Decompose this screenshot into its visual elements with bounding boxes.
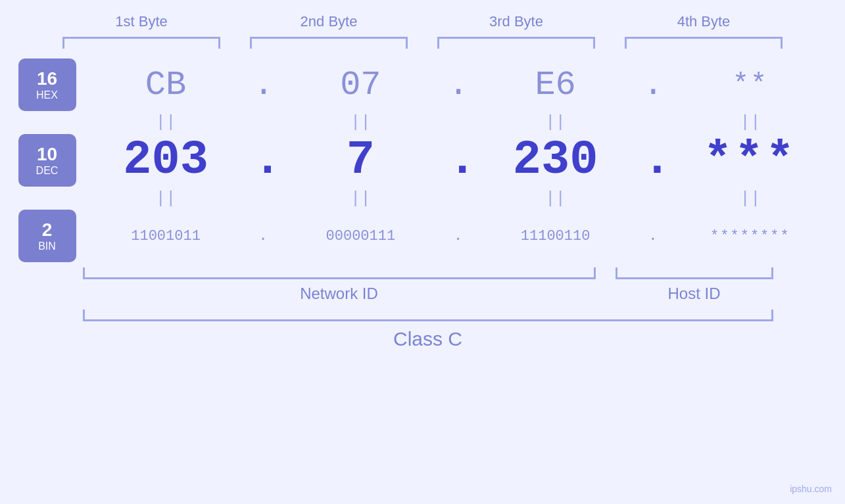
bin-dot-1: .: [253, 228, 273, 244]
hex-dot-2: .: [448, 66, 468, 104]
class-bracket: [83, 309, 773, 321]
host-bracket: [616, 267, 773, 279]
network-host-section: Network ID Host ID: [12, 267, 834, 303]
bracket-top-1: [62, 37, 220, 49]
equals-row-1: || || || ||: [12, 111, 834, 133]
eq-3: ||: [477, 112, 635, 132]
eq2-2: ||: [281, 189, 439, 208]
hex-badge: 16 HEX: [18, 58, 76, 111]
dec-b2: 7: [281, 133, 439, 187]
dec-dot-3: .: [643, 133, 663, 187]
network-id-label: Network ID: [300, 285, 378, 303]
hex-row: 16 HEX CB . 07 . E6 . **: [12, 58, 834, 111]
bin-b2: 00000111: [281, 228, 439, 244]
byte-header-3: 3rd Byte: [427, 13, 605, 30]
hex-dot-1: .: [253, 66, 273, 104]
class-label: Class C: [393, 328, 462, 350]
host-id-label: Host ID: [667, 285, 720, 303]
bracket-top-4: [625, 37, 783, 49]
hex-dot-3: .: [643, 66, 663, 104]
dec-badge: 10 DEC: [18, 134, 76, 187]
eq2-3: ||: [477, 189, 635, 208]
hex-b1: CB: [87, 66, 245, 104]
dec-dot-1: .: [253, 133, 273, 187]
bracket-top-2: [250, 37, 408, 49]
byte-header-2: 2nd Byte: [240, 13, 418, 30]
bin-b1: 11001011: [87, 228, 245, 244]
bin-dot-3: .: [643, 228, 663, 244]
eq-4: ||: [671, 112, 829, 132]
dec-b3: 230: [477, 133, 635, 187]
eq-1: ||: [87, 112, 245, 132]
hex-b4: **: [671, 69, 829, 101]
byte-header-4: 4th Byte: [615, 13, 792, 30]
bin-b4: ********: [671, 228, 829, 244]
network-bracket: [83, 267, 596, 279]
class-section: Class C: [12, 309, 834, 350]
bin-badge: 2 BIN: [18, 210, 76, 262]
dec-b1: 203: [87, 133, 245, 187]
bin-dot-2: .: [448, 228, 468, 244]
byte-header-1: 1st Byte: [53, 13, 230, 30]
hex-b3: E6: [477, 66, 635, 104]
eq2-4: ||: [671, 189, 829, 208]
dec-row: 10 DEC 203 . 7 . 230 . ***: [12, 133, 834, 187]
main-container: 1st Byte 2nd Byte 3rd Byte 4th Byte 16 H…: [0, 0, 845, 504]
eq2-1: ||: [87, 189, 245, 208]
eq-2: ||: [281, 112, 439, 132]
bracket-top-3: [437, 37, 595, 49]
bin-b3: 11100110: [477, 228, 635, 244]
dec-dot-2: .: [448, 133, 468, 187]
footer-text: ipshu.com: [790, 484, 832, 494]
hex-b2: 07: [281, 66, 439, 104]
bin-row: 2 BIN 11001011 . 00000111 . 11100110 . *…: [12, 210, 834, 262]
dec-b4: ***: [671, 133, 829, 187]
equals-row-2: || || || ||: [12, 187, 834, 210]
